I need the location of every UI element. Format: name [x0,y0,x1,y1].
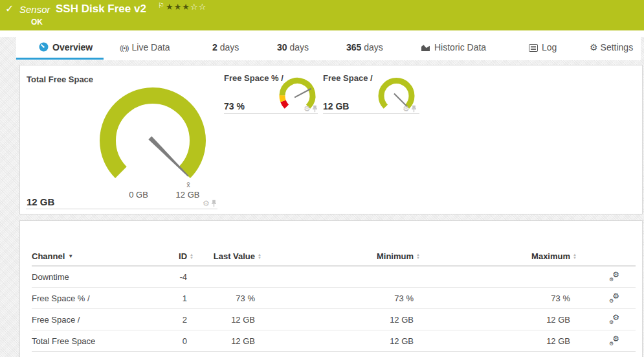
tab-historic-label: Historic Data [434,42,486,52]
pct-gauge-value: 73 % [224,101,245,111]
channel-settings-icon[interactable]: ⚙⚙ [609,314,619,325]
pin-icon[interactable] [211,200,217,207]
channel-id: 0 [168,336,194,346]
gauge-max-label: 12 GB [176,190,200,200]
channel-name[interactable]: Downtime [32,272,168,282]
tab-settings[interactable]: ⚙Settings [590,42,633,52]
sensor-kind-label: Sensor [19,4,50,15]
tile-divider [26,209,217,209]
gauge-icon [39,42,49,54]
average-marker: x̄ [186,181,190,189]
sensor-header: ✓ Sensor SSH Disk Free v2 ⚐ ★★★☆☆ OK [0,0,644,30]
tab-historic-data[interactable]: Historic Data [421,42,486,54]
tab-overview-label: Overview [52,42,93,52]
channel-name[interactable]: Free Space / [32,315,168,325]
table-row: Free Space / 2 12 GB 12 GB 12 GB ⚙⚙ [32,309,636,330]
channel-minimum: 12 GB [261,315,420,325]
gear-icon: ⚙ [590,42,598,52]
sort-desc-icon: ▼ [68,253,73,259]
table-row: Free Space % / 1 73 % 73 % 73 % ⚙⚙ [32,288,636,309]
channel-maximum: 12 GB [420,315,577,325]
area-chart-icon [421,43,430,54]
channel-minimum: 73 % [261,294,420,303]
col-header-maximum[interactable]: Maximum ▲▼ [420,251,577,261]
table-row: Downtime -4 ⚙⚙ [32,266,636,288]
tile-divider [224,113,318,114]
active-tab-underline [16,58,104,60]
abs-gauge-actions: ⚙ [403,104,417,113]
tab-log[interactable]: Log [529,42,557,54]
channel-maximum: 12 GB [420,336,577,346]
channel-minimum: 12 GB [261,336,420,346]
col-header-last-value[interactable]: Last Value ▲▼ [194,251,261,261]
flag-icon[interactable]: ⚐ [158,1,164,10]
log-list-icon [529,43,538,54]
sensor-status-badge: OK [31,17,43,27]
tab-365-days[interactable]: 365 days [346,42,383,52]
sort-icon: ▲▼ [573,253,577,260]
channel-table: Channel ▼ ID ▲▼ Last Value ▲▼ Minimum ▲▼… [32,247,636,352]
tab-live-data-label: Live Data [132,42,170,52]
tab-log-label: Log [542,42,557,52]
pct-gauge-title: Free Space % / [224,73,283,83]
sensor-title: SSH Disk Free v2 [56,3,146,16]
tab-bar: Overview ((•))Live Data 2 days 30 days 3… [16,37,641,60]
pin-icon[interactable] [312,105,318,113]
table-row: Total Free Space 0 12 GB 12 GB 12 GB ⚙⚙ [32,330,636,352]
tab-overview[interactable]: Overview [39,42,93,54]
abs-gauge-value: 12 GB [323,101,349,111]
channel-settings-icon[interactable]: ⚙⚙ [609,336,619,346]
pct-gauge-actions: ⚙ [304,104,318,113]
col-header-id[interactable]: ID ▲▼ [168,251,194,261]
channel-settings-icon[interactable]: ⚙⚙ [609,271,619,282]
channel-name[interactable]: Free Space % / [32,294,168,303]
tab-live-data[interactable]: ((•))Live Data [120,42,170,52]
gear-icon[interactable]: ⚙ [203,199,210,208]
table-header-row: Channel ▼ ID ▲▼ Last Value ▲▼ Minimum ▲▼… [32,247,636,266]
priority-stars[interactable]: ★★★☆☆ [166,2,206,12]
main-gauge-actions: ⚙ [203,199,217,208]
channel-last-value: 12 GB [194,336,261,346]
status-check-icon: ✓ [5,3,14,15]
gauge-min-label: 0 GB [129,190,148,200]
tile-divider [323,113,419,114]
channel-name[interactable]: Total Free Space [32,336,168,346]
col-header-minimum[interactable]: Minimum ▲▼ [261,251,420,261]
channel-last-value: 73 % [194,294,261,303]
tab-30-days[interactable]: 30 days [277,42,309,52]
channel-table-panel: Channel ▼ ID ▲▼ Last Value ▲▼ Minimum ▲▼… [19,220,643,357]
channel-id: 1 [168,294,194,303]
tab-settings-label: Settings [601,42,634,52]
tab-2-days[interactable]: 2 days [212,42,239,52]
channel-id: 2 [168,315,194,325]
main-gauge-title: Total Free Space [27,75,93,84]
pin-icon[interactable] [411,105,417,113]
channel-settings-icon[interactable]: ⚙⚙ [609,293,619,303]
gear-icon[interactable]: ⚙ [304,104,311,113]
overview-panel: Total Free Space x̄ 0 GB 12 GB 12 GB ⚙ F… [19,65,643,214]
main-gauge-value: 12 GB [27,196,54,207]
abs-gauge-title: Free Space / [323,73,373,83]
col-header-channel[interactable]: Channel ▼ [32,251,168,261]
main-gauge: x̄ 0 GB 12 GB [20,65,217,208]
channel-last-value: 12 GB [194,315,261,325]
live-signal-icon: ((•)) [120,44,129,52]
main-gauge-needle [148,136,188,176]
pct-gauge-needle [294,85,311,102]
channel-id: -4 [168,272,194,282]
channel-maximum: 73 % [420,294,577,303]
header-divider [0,30,644,37]
gear-icon[interactable]: ⚙ [403,104,410,113]
